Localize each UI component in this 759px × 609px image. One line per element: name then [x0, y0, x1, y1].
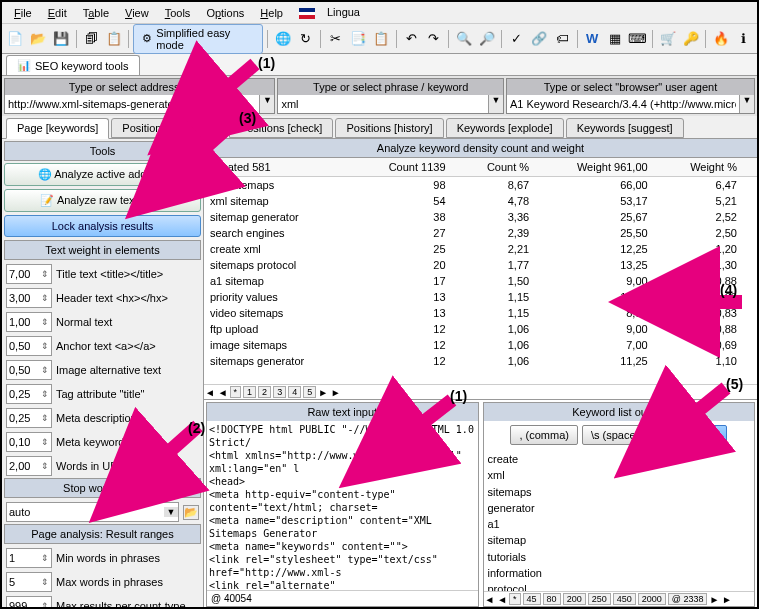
stopwords-edit-icon[interactable]: 📂 — [183, 505, 199, 520]
cart-icon[interactable]: 🛒 — [657, 28, 678, 50]
menu-help[interactable]: Help — [252, 5, 291, 21]
tab-seo-tools[interactable]: 📊 SEO keyword tools — [6, 55, 140, 75]
code-icon[interactable]: ⌨ — [627, 28, 648, 50]
list-item[interactable]: information — [486, 565, 753, 581]
table-row[interactable]: sitemaps generator121,0611,251,10 — [204, 353, 757, 369]
page-tab[interactable]: 2000 — [638, 593, 666, 605]
range-spinner[interactable]: 999 — [6, 596, 52, 609]
word-icon[interactable]: W — [582, 28, 603, 50]
menu-file[interactable]: File — [6, 5, 40, 21]
weight-spinner[interactable]: 7,00 — [6, 264, 52, 284]
table-icon[interactable]: ▦ — [605, 28, 626, 50]
page-tab[interactable]: * — [230, 386, 242, 398]
tab-keywords-suggest[interactable]: Keywords [suggest] — [566, 118, 684, 138]
phrase-input[interactable] — [278, 95, 488, 113]
globe-icon[interactable]: 🌐 — [272, 28, 293, 50]
menu-options[interactable]: Options — [198, 5, 252, 21]
weight-spinner[interactable]: 0,10 — [6, 432, 52, 452]
tab-keywords-explode[interactable]: Keywords [explode] — [446, 118, 564, 138]
menu-edit[interactable]: Edit — [40, 5, 75, 21]
menu-table[interactable]: Table — [75, 5, 117, 21]
tab-positions-check[interactable]: Positions [check] — [229, 118, 334, 138]
list-item[interactable]: sitemaps — [486, 484, 753, 500]
paste2-icon[interactable]: 📋 — [371, 28, 392, 50]
table-row[interactable]: image sitemaps121,067,000,69 — [204, 337, 757, 353]
page-tab[interactable]: 80 — [543, 593, 561, 605]
search-icon[interactable]: 🔍 — [453, 28, 474, 50]
page-tab[interactable]: 1 — [243, 386, 256, 398]
raw-text-body[interactable]: <!DOCTYPE html PUBLIC "-//W3C//DTD XHTML… — [207, 421, 478, 590]
cut-icon[interactable]: ✂ — [325, 28, 346, 50]
column-header[interactable]: Weight 961,00 — [549, 158, 668, 177]
list-item[interactable]: a1 — [486, 516, 753, 532]
column-header[interactable]: Located 581 — [204, 158, 364, 177]
output-list[interactable]: createxmlsitemapsgeneratora1sitemaptutor… — [484, 449, 755, 591]
redo-icon[interactable]: ↷ — [423, 28, 444, 50]
table-row[interactable]: sitemaps protocol201,7713,251,30 — [204, 257, 757, 273]
weight-spinner[interactable]: 0,25 — [6, 408, 52, 428]
column-header[interactable]: Count % — [466, 158, 550, 177]
new-icon[interactable]: 📄 — [5, 28, 26, 50]
agent-dropdown-icon[interactable]: ▼ — [739, 95, 754, 113]
undo-icon[interactable]: ↶ — [401, 28, 422, 50]
simplified-mode-button[interactable]: ⚙ Simplified easy mode — [133, 24, 263, 54]
key-icon[interactable]: 🔑 — [680, 28, 701, 50]
menu-view[interactable]: View — [117, 5, 157, 21]
page-tab[interactable]: 45 — [523, 593, 541, 605]
table-row[interactable]: xml sitemap544,7853,175,21 — [204, 193, 757, 209]
newline-button[interactable]: \n (newline) — [652, 425, 727, 445]
tab-positions-analysis[interactable]: Positions [analysis] — [111, 118, 227, 138]
table-row[interactable]: priority values131,1511,001,08 — [204, 289, 757, 305]
refresh-icon[interactable]: ↻ — [295, 28, 316, 50]
table-row[interactable]: search engines272,3925,502,50 — [204, 225, 757, 241]
table-row[interactable]: ftp upload121,069,000,88 — [204, 321, 757, 337]
space-button[interactable]: \s (space) — [582, 425, 648, 445]
info-icon[interactable]: ℹ — [733, 28, 754, 50]
table-row[interactable]: xml sitemaps988,6766,006,47 — [204, 177, 757, 194]
table-row[interactable]: create xml252,2112,251,20 — [204, 241, 757, 257]
tab-page-keywords[interactable]: Page [keywords] — [6, 118, 109, 139]
link-icon[interactable]: 🔗 — [529, 28, 550, 50]
page-tab[interactable]: 2 — [258, 386, 271, 398]
chevron-down-icon[interactable]: ▼ — [164, 507, 178, 517]
tab-positions-history[interactable]: Positions [history] — [335, 118, 443, 138]
stopwords-combo[interactable]: ▼ — [6, 502, 179, 522]
save-icon[interactable]: 💾 — [51, 28, 72, 50]
list-item[interactable]: create — [486, 451, 753, 467]
weight-spinner[interactable]: 0,50 — [6, 360, 52, 380]
paste-icon[interactable]: 📋 — [104, 28, 125, 50]
table-row[interactable]: video sitemaps131,158,500,83 — [204, 305, 757, 321]
column-header[interactable]: Count 1139 — [364, 158, 466, 177]
page-tab[interactable]: 250 — [588, 593, 611, 605]
copy2-icon[interactable]: 📑 — [348, 28, 369, 50]
table-row[interactable]: sitemap generator383,3625,672,52 — [204, 209, 757, 225]
list-item[interactable]: sitemap — [486, 532, 753, 548]
page-tab[interactable]: * — [509, 593, 521, 605]
menu-lingua[interactable]: Lingua — [291, 4, 376, 21]
comma-button[interactable]: , (comma) — [510, 425, 578, 445]
lock-results-button[interactable]: Lock analysis results — [4, 215, 201, 237]
range-spinner[interactable]: 1 — [6, 548, 52, 568]
page-tab[interactable]: 200 — [563, 593, 586, 605]
analyze-raw-button[interactable]: 📝 Analyze raw text input — [4, 189, 201, 212]
range-spinner[interactable]: 5 — [6, 572, 52, 592]
column-header[interactable]: Weight % — [668, 158, 757, 177]
page-tab[interactable]: @ 2338 — [668, 593, 708, 605]
analyze-active-button[interactable]: 🌐 Analyze active address — [4, 163, 201, 186]
table-row[interactable]: a1 sitemap171,509,000,88 — [204, 273, 757, 289]
list-item[interactable]: xml — [486, 467, 753, 483]
url-dropdown-icon[interactable]: ▼ — [259, 95, 274, 113]
weight-spinner[interactable]: 0,50 — [6, 336, 52, 356]
weight-spinner[interactable]: 3,00 — [6, 288, 52, 308]
phrase-dropdown-icon[interactable]: ▼ — [488, 95, 503, 113]
replace-icon[interactable]: 🔎 — [476, 28, 497, 50]
list-item[interactable]: generator — [486, 500, 753, 516]
weight-spinner[interactable]: 2,00 — [6, 456, 52, 476]
page-tab[interactable]: 450 — [613, 593, 636, 605]
tag-icon[interactable]: 🏷 — [552, 28, 573, 50]
validate-icon[interactable]: ✓ — [506, 28, 527, 50]
page-tab[interactable]: 3 — [273, 386, 286, 398]
list-item[interactable]: protocol — [486, 581, 753, 591]
open-icon[interactable]: 📂 — [28, 28, 49, 50]
agent-input[interactable] — [507, 95, 739, 113]
